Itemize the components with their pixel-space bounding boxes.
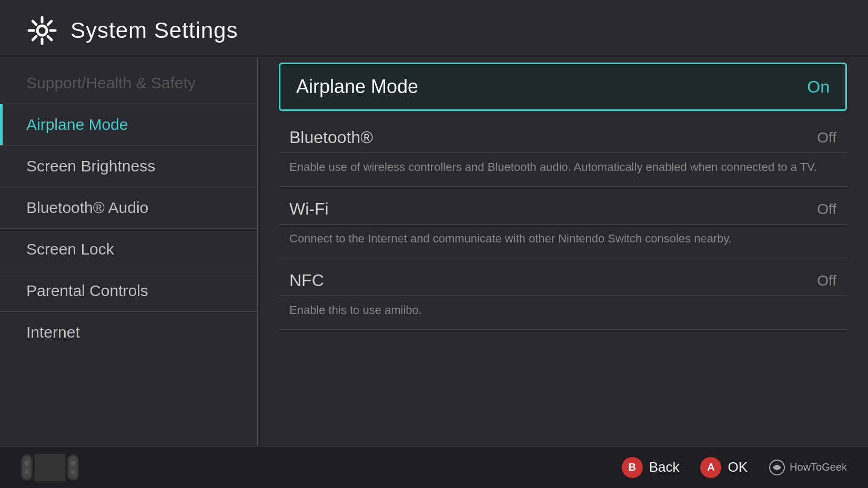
- airplane-mode-value: On: [807, 77, 830, 97]
- svg-line-5: [33, 21, 36, 25]
- svg-rect-10: [23, 456, 31, 479]
- nfc-label: NFC: [289, 271, 324, 290]
- brand-name: HowToGeek: [790, 461, 847, 473]
- back-label: Back: [649, 459, 680, 475]
- nfc-row[interactable]: NFC Off: [279, 258, 847, 296]
- ok-label: OK: [728, 459, 748, 475]
- sidebar-item-parental-controls[interactable]: Parental Controls: [0, 270, 257, 312]
- page-title: System Settings: [70, 18, 238, 43]
- sidebar-item-screen-lock[interactable]: Screen Lock: [0, 229, 257, 270]
- ok-button[interactable]: A OK: [700, 457, 748, 478]
- bluetooth-value: Off: [817, 129, 836, 146]
- main-layout: Support/Health & Safety Airplane Mode Sc…: [0, 57, 868, 445]
- bottom-right: B Back A OK HowToGeek: [622, 457, 847, 478]
- wifi-label: Wi-Fi: [289, 199, 329, 219]
- sidebar-item-airplane[interactable]: Airplane Mode: [0, 104, 257, 146]
- nfc-description: Enable this to use amiibo.: [279, 296, 847, 330]
- svg-line-7: [48, 21, 52, 25]
- sidebar-item-bluetooth-audio[interactable]: Bluetooth® Audio: [0, 187, 257, 229]
- bluetooth-label: Bluetooth®: [289, 128, 373, 147]
- bluetooth-description: Enable use of wireless controllers and B…: [279, 153, 847, 187]
- a-button-icon: A: [700, 457, 721, 478]
- sidebar-item-support[interactable]: Support/Health & Safety: [0, 63, 257, 104]
- svg-line-8: [33, 36, 36, 40]
- svg-rect-14: [35, 454, 65, 481]
- bottom-left: [21, 452, 79, 483]
- content-panel: Airplane Mode On Bluetooth® Off Enable u…: [258, 57, 868, 445]
- svg-point-17: [70, 461, 76, 466]
- sidebar: Support/Health & Safety Airplane Mode Sc…: [0, 57, 258, 445]
- svg-point-11: [24, 461, 29, 466]
- gear-icon: [26, 15, 58, 46]
- header: System Settings: [0, 0, 868, 57]
- svg-point-18: [71, 470, 75, 474]
- wifi-description: Connect to the Internet and communicate …: [279, 225, 847, 258]
- wifi-value: Off: [817, 201, 836, 218]
- svg-rect-16: [69, 456, 77, 479]
- sidebar-item-internet[interactable]: Internet: [0, 312, 257, 353]
- back-button[interactable]: B Back: [622, 457, 680, 478]
- airplane-mode-row[interactable]: Airplane Mode On: [279, 63, 847, 111]
- airplane-mode-label: Airplane Mode: [296, 76, 418, 98]
- wifi-row[interactable]: Wi-Fi Off: [279, 187, 847, 225]
- bottom-bar: B Back A OK HowToGeek: [0, 446, 868, 488]
- sidebar-item-brightness[interactable]: Screen Brightness: [0, 146, 257, 187]
- howtogeek-logo: HowToGeek: [769, 459, 847, 476]
- bluetooth-row[interactable]: Bluetooth® Off: [279, 115, 847, 153]
- nintendo-switch-icon: [21, 452, 79, 483]
- nfc-value: Off: [817, 272, 836, 289]
- sub-items-list: Bluetooth® Off Enable use of wireless co…: [279, 115, 847, 330]
- svg-point-12: [25, 470, 29, 474]
- b-button-icon: B: [622, 457, 643, 478]
- svg-point-0: [37, 26, 47, 35]
- svg-line-6: [48, 36, 52, 40]
